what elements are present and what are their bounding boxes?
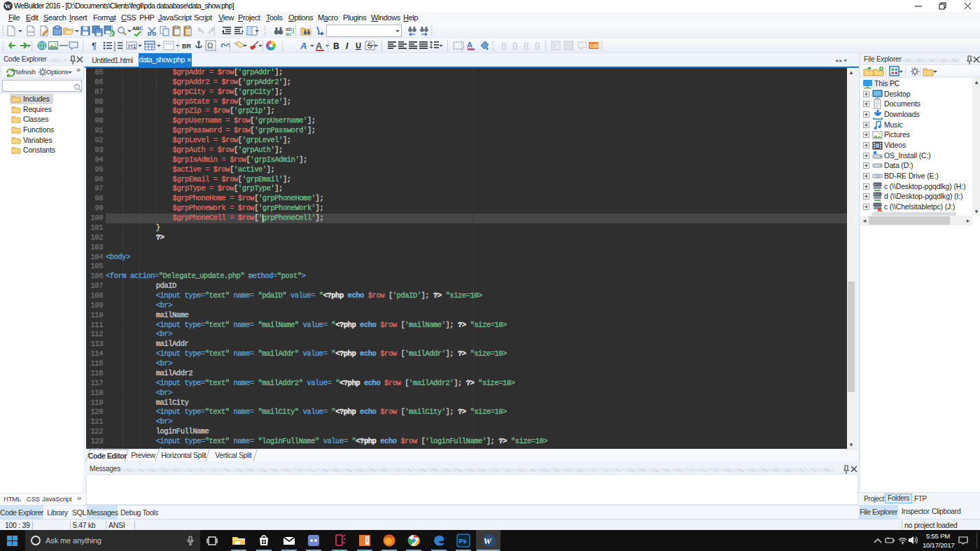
svg-text:A: A <box>300 41 307 51</box>
svg-text:{}: {} <box>535 41 540 50</box>
svg-text:W: W <box>484 536 493 546</box>
svg-text:I: I <box>346 41 349 51</box>
svg-text:A: A <box>316 41 323 51</box>
svg-text:<>: <> <box>28 29 34 34</box>
svg-text:U: U <box>356 41 361 50</box>
svg-text:{}: {} <box>512 41 518 50</box>
svg-text:{}: {} <box>501 41 507 50</box>
svg-text:W: W <box>5 3 11 10</box>
svg-text:BR: BR <box>182 43 191 50</box>
svg-text:B: B <box>333 41 340 51</box>
svg-text:{{: {{ <box>524 41 529 50</box>
svg-text:Ps: Ps <box>459 538 467 545</box>
svg-text:A: A <box>467 41 472 49</box>
svg-text:3: 3 <box>113 48 116 51</box>
svg-text:¶: ¶ <box>92 41 97 51</box>
svg-text:ac: ac <box>286 31 291 36</box>
svg-text:CSS: CSS <box>590 43 600 48</box>
svg-text:Ω: Ω <box>207 41 213 50</box>
svg-text:H1: H1 <box>128 43 136 50</box>
